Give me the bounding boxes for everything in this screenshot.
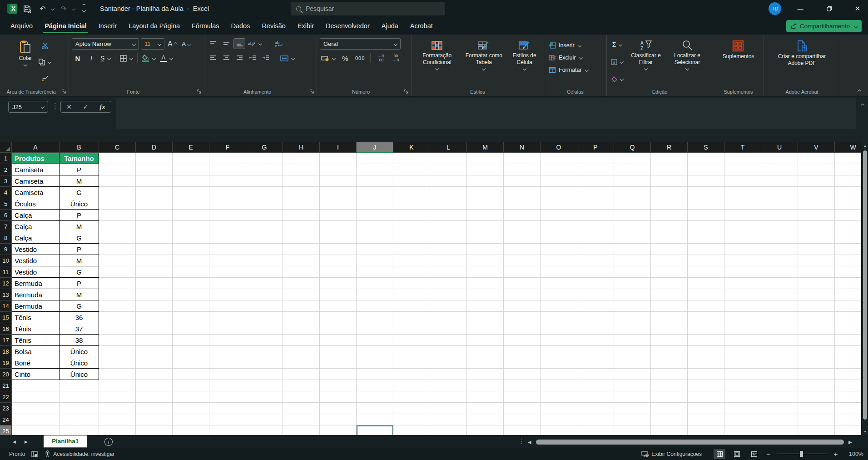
cell-A22[interactable] bbox=[12, 391, 60, 403]
cell-Q22[interactable] bbox=[614, 391, 651, 403]
cell-C9[interactable] bbox=[99, 244, 136, 255]
column-header-R[interactable]: R bbox=[651, 142, 688, 153]
dialog-launcher-icon[interactable] bbox=[404, 89, 409, 94]
cell-H14[interactable] bbox=[283, 300, 320, 312]
cell-I4[interactable] bbox=[320, 187, 357, 198]
cell-L6[interactable] bbox=[430, 210, 467, 221]
cell-L22[interactable] bbox=[430, 391, 467, 403]
cell-Q25[interactable] bbox=[614, 425, 651, 435]
cell-I23[interactable] bbox=[320, 403, 357, 414]
cell-E11[interactable] bbox=[173, 266, 209, 278]
cell-K7[interactable] bbox=[393, 221, 430, 232]
row-header-15[interactable]: 15 bbox=[0, 312, 12, 323]
cell-S7[interactable] bbox=[688, 221, 724, 232]
cell-D3[interactable] bbox=[136, 175, 173, 187]
cell-K1[interactable] bbox=[393, 153, 430, 164]
cell-L4[interactable] bbox=[430, 187, 467, 198]
cell-V20[interactable] bbox=[798, 369, 835, 380]
cut-button[interactable] bbox=[37, 40, 52, 51]
font-color-button[interactable]: A bbox=[159, 53, 174, 64]
font-size-select[interactable]: 11 bbox=[141, 38, 164, 50]
scroll-up-icon[interactable]: ▲ bbox=[862, 144, 868, 147]
cell-B13[interactable]: M bbox=[60, 289, 99, 300]
cell-M9[interactable] bbox=[467, 244, 504, 255]
cell-S4[interactable] bbox=[688, 187, 724, 198]
cell-L19[interactable] bbox=[430, 357, 467, 369]
cell-N6[interactable] bbox=[504, 210, 541, 221]
column-header-I[interactable]: I bbox=[320, 142, 357, 153]
cell-L14[interactable] bbox=[430, 300, 467, 312]
cell-J7[interactable] bbox=[357, 221, 393, 232]
cell-W16[interactable] bbox=[835, 323, 861, 335]
cell-U9[interactable] bbox=[761, 244, 798, 255]
cell-R4[interactable] bbox=[651, 187, 688, 198]
cell-A17[interactable]: Tênis bbox=[12, 335, 60, 346]
cell-T3[interactable] bbox=[724, 175, 761, 187]
cell-R18[interactable] bbox=[651, 346, 688, 357]
cell-J18[interactable] bbox=[357, 346, 393, 357]
row-header-11[interactable]: 11 bbox=[0, 266, 12, 278]
row-header-1[interactable]: 1 bbox=[0, 153, 12, 164]
cell-D18[interactable] bbox=[136, 346, 173, 357]
row-header-2[interactable]: 2 bbox=[0, 164, 12, 175]
cell-Q23[interactable] bbox=[614, 403, 651, 414]
cell-J5[interactable] bbox=[357, 198, 393, 210]
cell-C17[interactable] bbox=[99, 335, 136, 346]
collapse-ribbon-icon[interactable] bbox=[858, 90, 861, 93]
cell-K9[interactable] bbox=[393, 244, 430, 255]
find-select-button[interactable]: Localizar e Selecionar bbox=[667, 38, 707, 85]
cell-O21[interactable] bbox=[541, 380, 577, 391]
cell-U13[interactable] bbox=[761, 289, 798, 300]
cell-A4[interactable]: Camiseta bbox=[12, 187, 60, 198]
row-header-6[interactable]: 6 bbox=[0, 210, 12, 221]
cell-C7[interactable] bbox=[99, 221, 136, 232]
cell-K8[interactable] bbox=[393, 232, 430, 244]
cell-P17[interactable] bbox=[577, 335, 614, 346]
column-header-V[interactable]: V bbox=[798, 142, 835, 153]
cell-U20[interactable] bbox=[761, 369, 798, 380]
cell-K13[interactable] bbox=[393, 289, 430, 300]
cell-L7[interactable] bbox=[430, 221, 467, 232]
cell-S16[interactable] bbox=[688, 323, 724, 335]
cell-U10[interactable] bbox=[761, 255, 798, 266]
cell-B11[interactable]: G bbox=[60, 266, 99, 278]
cell-M23[interactable] bbox=[467, 403, 504, 414]
cell-S9[interactable] bbox=[688, 244, 724, 255]
cell-V1[interactable] bbox=[798, 153, 835, 164]
cell-D24[interactable] bbox=[136, 414, 173, 425]
row-header-10[interactable]: 10 bbox=[0, 255, 12, 266]
cell-M13[interactable] bbox=[467, 289, 504, 300]
cell-S13[interactable] bbox=[688, 289, 724, 300]
cell-K5[interactable] bbox=[393, 198, 430, 210]
cell-P12[interactable] bbox=[577, 278, 614, 289]
column-header-N[interactable]: N bbox=[504, 142, 541, 153]
cell-Q7[interactable] bbox=[614, 221, 651, 232]
column-header-L[interactable]: L bbox=[430, 142, 467, 153]
cell-A13[interactable]: Bermuda bbox=[12, 289, 60, 300]
cell-C2[interactable] bbox=[99, 164, 136, 175]
cell-V13[interactable] bbox=[798, 289, 835, 300]
tab-revisão[interactable]: Revisão bbox=[256, 17, 291, 35]
cell-R12[interactable] bbox=[651, 278, 688, 289]
column-header-J[interactable]: J bbox=[357, 142, 393, 153]
zoom-slider[interactable] bbox=[777, 454, 827, 454]
cell-L15[interactable] bbox=[430, 312, 467, 323]
tab-dados[interactable]: Dados bbox=[225, 17, 256, 35]
cell-R1[interactable] bbox=[651, 153, 688, 164]
cell-S19[interactable] bbox=[688, 357, 724, 369]
cell-H4[interactable] bbox=[283, 187, 320, 198]
row-header-3[interactable]: 3 bbox=[0, 175, 12, 187]
cell-P9[interactable] bbox=[577, 244, 614, 255]
cell-U18[interactable] bbox=[761, 346, 798, 357]
cell-U8[interactable] bbox=[761, 232, 798, 244]
cell-M16[interactable] bbox=[467, 323, 504, 335]
cell-A6[interactable]: Calça bbox=[12, 210, 60, 221]
number-format-select[interactable]: Geral bbox=[320, 38, 401, 50]
cell-S18[interactable] bbox=[688, 346, 724, 357]
cell-M24[interactable] bbox=[467, 414, 504, 425]
cell-H7[interactable] bbox=[283, 221, 320, 232]
cell-H10[interactable] bbox=[283, 255, 320, 266]
cell-W4[interactable] bbox=[835, 187, 861, 198]
cell-H8[interactable] bbox=[283, 232, 320, 244]
column-header-K[interactable]: K bbox=[393, 142, 430, 153]
